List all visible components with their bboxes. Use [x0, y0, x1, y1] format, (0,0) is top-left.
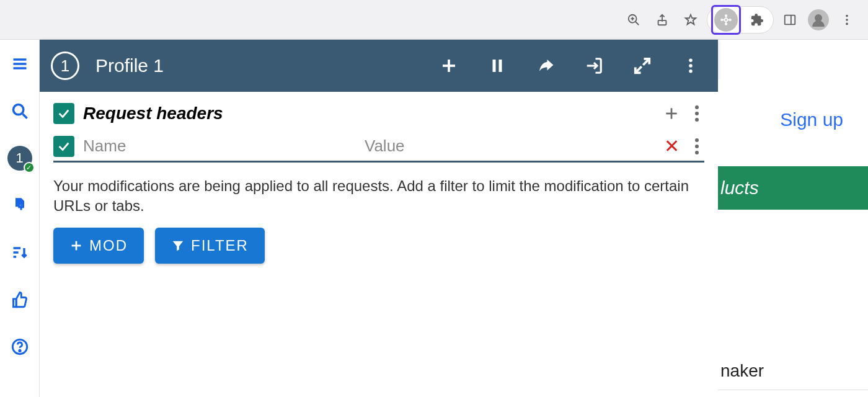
svg-marker-5 [686, 14, 696, 24]
svg-point-19 [846, 22, 848, 25]
background-page: Sign up lucts naker tsZone [718, 79, 868, 397]
sidebar-active-profile-badge[interactable]: 1 ✓ [7, 145, 33, 171]
browser-toolbar [0, 0, 868, 40]
share-arrow-icon[interactable] [536, 56, 556, 76]
filter-button-label: FILTER [191, 237, 249, 254]
svg-rect-32 [493, 60, 496, 72]
share-icon[interactable] [650, 7, 675, 32]
popup-header: 1 Profile 1 [40, 40, 718, 92]
sidebar-thumbs-up-icon[interactable] [7, 287, 33, 313]
sidebar-profile-number: 1 [16, 150, 23, 166]
header-name-input[interactable] [83, 136, 356, 156]
sidebar-search-icon[interactable] [7, 98, 33, 124]
header-actions [439, 56, 701, 76]
mod-button-label: MOD [89, 237, 128, 254]
profile-title[interactable]: Profile 1 [95, 55, 423, 76]
row-more-icon[interactable] [689, 138, 704, 154]
background-green-banner: lucts [718, 166, 868, 210]
browser-menu-icon[interactable] [835, 7, 859, 32]
header-row: ✕ [53, 135, 704, 163]
add-icon[interactable] [439, 56, 459, 76]
signup-link[interactable]: Sign up [780, 109, 843, 130]
profile-number-text: 1 [61, 56, 69, 76]
section-more-icon[interactable] [689, 105, 704, 122]
background-list: naker tsZone [718, 352, 868, 397]
extensions-puzzle-icon[interactable] [745, 7, 769, 32]
hint-text: Your modifications are being applied to … [53, 176, 704, 216]
green-banner-text: lucts [720, 177, 759, 198]
svg-point-23 [13, 105, 23, 115]
request-headers-section: Request headers ✕ Your modifications are… [40, 92, 718, 264]
section-add-icon[interactable] [662, 104, 681, 123]
filter-button[interactable]: FILTER [155, 228, 265, 264]
header-value-input[interactable] [365, 136, 653, 156]
sidebar-profile-check-icon: ✓ [24, 162, 35, 173]
svg-point-37 [689, 64, 693, 68]
side-panel-icon[interactable] [777, 7, 802, 32]
svg-point-17 [846, 14, 848, 17]
row-enable-checkbox[interactable] [53, 136, 74, 157]
import-icon[interactable] [584, 56, 604, 76]
modheader-extension-icon[interactable] [714, 8, 738, 32]
expand-icon[interactable] [632, 56, 652, 76]
svg-rect-15 [785, 15, 795, 24]
sidebar-help-icon[interactable] [7, 334, 33, 360]
bg-list-item[interactable]: naker [718, 352, 868, 390]
extension-popup: 1 Profile 1 [40, 40, 718, 397]
svg-point-36 [689, 59, 693, 63]
svg-point-9 [721, 19, 723, 20]
svg-point-6 [725, 18, 728, 21]
sidebar: 1 ✓ [0, 40, 40, 397]
svg-point-38 [689, 69, 693, 73]
plus-icon [69, 239, 83, 252]
svg-line-24 [22, 114, 27, 118]
bookmark-star-icon[interactable] [678, 7, 703, 32]
section-title: Request headers [83, 104, 653, 123]
button-row: MOD FILTER [53, 228, 704, 264]
bg-list-item[interactable]: tsZone [718, 390, 868, 397]
profile-number-badge[interactable]: 1 [51, 51, 79, 80]
profile-avatar-icon[interactable] [806, 7, 831, 32]
svg-point-8 [725, 23, 727, 24]
svg-point-7 [725, 15, 727, 17]
zoom-in-icon[interactable] [621, 7, 646, 32]
sidebar-sort-icon[interactable] [7, 239, 33, 265]
svg-line-1 [636, 21, 639, 25]
filter-icon [171, 239, 185, 252]
pause-icon[interactable] [487, 56, 507, 76]
extension-pill [707, 6, 774, 33]
modheader-extension-highlight [711, 5, 741, 35]
svg-point-29 [19, 350, 20, 351]
mod-button[interactable]: MOD [53, 228, 144, 264]
svg-point-10 [729, 19, 731, 20]
section-enable-checkbox[interactable] [53, 103, 74, 124]
sidebar-menu-icon[interactable] [7, 51, 33, 77]
svg-rect-33 [499, 60, 502, 72]
delete-row-icon[interactable]: ✕ [662, 135, 681, 157]
header-more-icon[interactable] [681, 56, 701, 76]
sidebar-add-file-icon[interactable] [7, 192, 33, 218]
svg-point-18 [846, 19, 848, 21]
